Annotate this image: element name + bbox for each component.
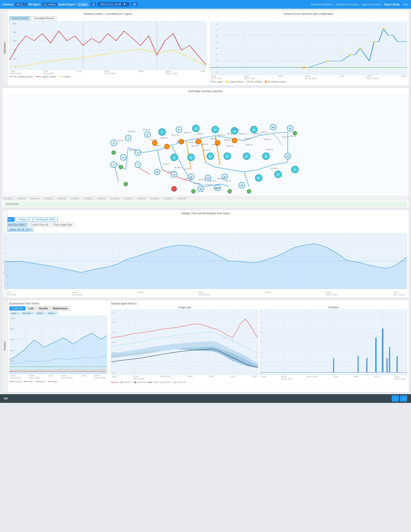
svg-point-141	[119, 165, 123, 169]
rewards-x-axis: 12:00Dec 8, 2012 00:00Dec 9, 2012 12:00 …	[9, 70, 206, 75]
distance-svg	[211, 22, 407, 75]
svg-text:19.33 %: 19.33 %	[185, 178, 192, 180]
svg-text:25: 25	[257, 177, 260, 180]
nav-left: Scenario: dec12_1 Ref Agent: do_nothing …	[2, 2, 138, 7]
nav-scenario-overview[interactable]: Scenario Overview	[336, 3, 359, 6]
nav-agent-study[interactable]: Agent Study	[384, 3, 400, 6]
overflow-chart: Overflow	[260, 306, 407, 392]
usage-x-axis: 12:00 00:00Dec 8, 2012 Dec 9, 2012 12:00…	[111, 375, 258, 380]
svg-rect-240	[358, 356, 359, 372]
svg-point-142	[124, 182, 128, 186]
svg-text:14.93 %: 14.93 %	[224, 139, 231, 141]
datetime-value: 2012-12-11 10:25	[100, 3, 121, 6]
env-title: Environment Time Series	[9, 302, 107, 305]
bottom-bar-label: All	[4, 397, 8, 400]
nav-scenario-selection[interactable]: Scenario Selection	[311, 3, 333, 6]
tab-redispatch[interactable]: Redispatch (MW)	[34, 217, 58, 222]
step-back-btn[interactable]: -5	[90, 2, 96, 6]
overflow-area: 7 6 5 4 3 2 1	[260, 310, 407, 375]
svg-point-139	[172, 186, 177, 191]
remove-thermal-icon: ×	[31, 312, 33, 315]
svg-text:41.78 %: 41.78 %	[128, 130, 135, 133]
svg-text:23: 23	[214, 129, 216, 131]
distance-legend: rl_agent rl_agent Actions do_nothing do_…	[210, 81, 407, 83]
env-filter-solar[interactable]: solar ×	[9, 312, 20, 315]
svg-text:83.25 %: 83.25 %	[282, 136, 289, 138]
env-tab-hazards[interactable]: Hazards	[37, 306, 50, 311]
subtab-active-flow-mw[interactable]: Active Flow (MW)	[4, 223, 27, 227]
env-chart-area: 1000 800 600 400 200 0	[9, 316, 107, 374]
context-section: Context Environment Time Series Producti…	[2, 300, 409, 392]
datetime-arrow[interactable]: ▼	[122, 3, 127, 6]
svg-point-94	[232, 138, 237, 143]
next-arrow-btn[interactable]: ›	[400, 395, 407, 402]
svg-point-27	[359, 48, 361, 49]
studied-agent-label: Studied Agent:	[58, 3, 76, 6]
svg-text:56.66 %: 56.66 %	[218, 178, 224, 180]
no-action-text: NO ACTION	[6, 203, 18, 205]
metrics-title: Studied agent Metrics	[111, 302, 407, 305]
svg-rect-242	[375, 338, 376, 372]
svg-point-92	[196, 139, 201, 144]
ref-agent-value[interactable]: do_nothing	[42, 3, 57, 6]
usage-rate-chart: Usage rate	[111, 306, 258, 392]
vf-subtab-group: Active Flow (MW) Current Flow (A) Flow U…	[4, 223, 407, 227]
svg-point-26	[349, 54, 352, 55]
vf-filter-chip[interactable]: ex_active_34_35_110 ×	[4, 228, 33, 232]
svg-text:9: 9	[178, 129, 179, 131]
env-legend: thermal wind hydro solar	[9, 380, 107, 383]
env-tab-production[interactable]: Production	[9, 306, 25, 311]
datetime-display: 2012-12-11 10:25 ▼	[98, 2, 129, 7]
overflow-title: Overflow	[260, 306, 407, 309]
vf-tab-group: Flow Voltage (V) Redispatch (MW)	[4, 217, 407, 222]
env-tab-maintenances[interactable]: Maintenances	[51, 306, 70, 311]
svg-text:20: 20	[209, 155, 212, 158]
cumulated-reward-tab[interactable]: Cumulated Reward	[31, 16, 56, 20]
prev-arrow-btn[interactable]: ‹	[392, 395, 399, 402]
env-filter-wind[interactable]: wind ×	[35, 312, 46, 315]
svg-text:16: 16	[199, 188, 202, 190]
scenario-value[interactable]: dec12_1	[15, 3, 27, 6]
instant-reward-tab[interactable]: Instant Reward	[9, 16, 30, 20]
svg-point-143	[191, 189, 195, 193]
vf-y-axis: 2 1 0 -1 -2 -3 -4	[5, 234, 8, 289]
svg-rect-31	[89, 95, 322, 196]
distance-chart-area: 8 7 6 5 4 3 2 1 0	[210, 22, 407, 75]
svg-text:17.94 %: 17.94 %	[206, 183, 213, 186]
svg-text:30: 30	[272, 126, 274, 129]
rewards-y-axis: 1000 800 600 400 200 0	[10, 21, 17, 69]
studied-agent-value[interactable]: rl_agent	[77, 3, 88, 6]
rewards-chart-area: 1000 800 600 400 200 0	[9, 21, 206, 70]
nav-agent-overview[interactable]: Agent Overview	[362, 3, 381, 6]
overflow-x-axis: 12:00 00:00Dec 8, 2012 Dec 9, 2012 12:00…	[260, 375, 407, 380]
svg-rect-241	[366, 358, 367, 373]
tab-voltage[interactable]: Voltage (V)	[16, 217, 33, 222]
svg-text:5.82 %: 5.82 %	[225, 180, 231, 182]
svg-point-90	[164, 144, 169, 149]
svg-text:19.77 %: 19.77 %	[172, 134, 179, 136]
svg-text:10: 10	[156, 171, 158, 173]
step-fwd-btn[interactable]: +5	[131, 2, 138, 6]
env-filter-hydro[interactable]: hydro ×	[47, 312, 58, 315]
svg-text:29.44 %: 29.44 %	[239, 133, 246, 135]
rewards-svg	[10, 21, 206, 69]
usage-y-axis: 1.4 1.2 1.0 0.8 0.6 0.4 0.2	[112, 310, 115, 375]
subtab-flow-usage-rate[interactable]: Flow Usage Rate	[51, 223, 75, 227]
indicators-section: Indicators Rewards instant + cumulated f…	[2, 10, 409, 86]
svg-text:36.45 %: 36.45 %	[201, 143, 208, 145]
svg-text:64.39 %: 64.39 %	[232, 129, 239, 131]
svg-text:0.00 %: 0.00 %	[163, 163, 169, 165]
subtab-current-flow-a[interactable]: Current Flow (A)	[28, 223, 50, 227]
nav-right: Scenario Selection Scenario Overview Age…	[311, 3, 409, 6]
svg-point-30	[302, 67, 305, 68]
svg-text:06 %: 06 %	[227, 133, 232, 135]
svg-text:38.45%: 38.45%	[210, 138, 217, 140]
usage-rate-svg	[111, 310, 258, 375]
svg-text:45.65 %: 45.65 %	[203, 149, 210, 151]
voltage-flow-section: State evolution given agent actions Volt…	[2, 210, 409, 298]
nav-help[interactable]: Help	[403, 3, 409, 6]
env-tab-load[interactable]: Load	[26, 306, 36, 311]
env-filter-thermal[interactable]: thermal ×	[21, 312, 35, 315]
distance-y-axis: 8 7 6 5 4 3 2 1 0	[211, 22, 218, 75]
svg-text:31: 31	[289, 127, 291, 130]
